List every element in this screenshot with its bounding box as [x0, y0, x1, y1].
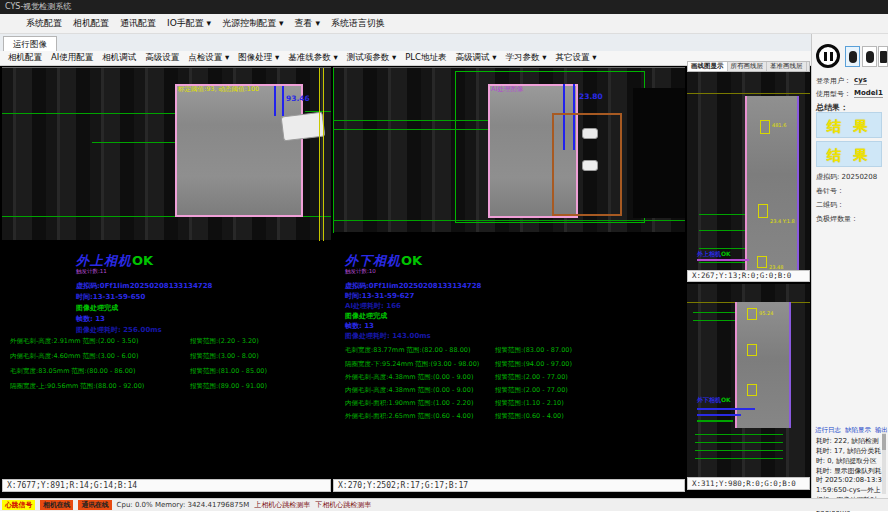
- alarm-range: 报警范围:(89.00 - 91.00): [190, 382, 267, 391]
- exit-button[interactable]: [878, 46, 888, 67]
- tab-all-draw-layers[interactable]: 所有画线层: [728, 62, 768, 71]
- menu-io-config[interactable]: IO手配置 ▾: [167, 17, 211, 30]
- center-process-time: 图像处理耗时: 143.00ms: [345, 331, 431, 341]
- upper-heartbeat-text: 上相机心跳检测率: [254, 500, 310, 510]
- measurement-text: 外侧毛刺-高度:4.38mm 范围:(0.00 - 9.00): [345, 373, 473, 382]
- menu-language-switch[interactable]: 系统语言切换: [331, 17, 385, 30]
- center-overlay-text: 外下相机OK 触发计数:10: [345, 250, 422, 275]
- center-ai-label: AI处理图像: [491, 85, 523, 94]
- tool-advanced-debug[interactable]: 高级调试 ▾: [456, 52, 497, 64]
- pin-number-label: 卷针号：: [816, 186, 844, 196]
- defect-box: [747, 308, 757, 320]
- tool-test-params[interactable]: 测试项参数 ▾: [347, 52, 396, 64]
- tool-learning-params[interactable]: 学习参数 ▾: [505, 52, 546, 64]
- defect-annotation: 95.24: [759, 310, 773, 316]
- tab-base-draw-layer[interactable]: 基准画线层: [767, 62, 807, 71]
- measure-value-label: 23.80: [579, 92, 603, 101]
- left-camera-viewport[interactable]: 标定阈值:93, 动态阈值:100 93.46: [2, 67, 331, 240]
- result-badge-lower: 结 果: [816, 141, 882, 167]
- tab-strip: 运行图像: [0, 34, 888, 52]
- log-scrollbar[interactable]: [882, 432, 886, 494]
- menu-comm-config[interactable]: 通讯配置: [120, 17, 156, 30]
- alarm-range: 报警范围:(83.00 - 87.00): [495, 346, 572, 355]
- tool-ai-usage-config[interactable]: AI使用配置: [51, 52, 93, 64]
- thumb2-info-bar: [697, 414, 741, 416]
- measurement-text: 内侧毛刺-面积:1.90mm 范围:(1.00 - 2.20): [345, 399, 473, 408]
- calibration-line: [323, 68, 324, 241]
- tool-other-settings[interactable]: 其它设置 ▾: [555, 52, 596, 64]
- tool-baseline-params[interactable]: 基准线参数 ▾: [288, 52, 337, 64]
- sidebar: 登录用户： cys 使用型号： Model1 总结果： 结 果 结 果 虚拟码:…: [811, 34, 888, 498]
- baseline-line: [693, 312, 735, 313]
- left-trigger-info: 触发计数:11: [76, 268, 153, 275]
- dark-region: [633, 88, 685, 218]
- thumb1-info-bar: [697, 259, 749, 261]
- center-camera-viewport[interactable]: AI处理图像 23.80: [333, 67, 685, 232]
- thumb1-status-ok: OK: [721, 250, 731, 257]
- login-user-value: cys: [854, 76, 867, 85]
- tab-run-log[interactable]: 运行日志: [815, 426, 841, 435]
- heartbeat-badge: 心跳信号: [2, 500, 35, 510]
- menu-view[interactable]: 查看 ▾: [295, 17, 320, 30]
- center-trigger-info: 触发计数:10: [345, 268, 422, 275]
- baseline-line: [699, 262, 745, 263]
- status-bar: 心跳信号 相机在线 通讯在线 Cpu: 0.0% Memory: 3424.41…: [0, 498, 888, 511]
- alarm-range: 报警范围:(0.60 - 4.00): [495, 412, 564, 421]
- tool-spot-check[interactable]: 点检设置 ▾: [188, 52, 229, 64]
- cpu-memory-text: Cpu: 0.0% Memory: 3424.41796875M: [117, 501, 250, 509]
- reflection-spot: [582, 128, 598, 139]
- tab-run-image[interactable]: 运行图像: [3, 36, 57, 52]
- threshold-label: 标定阈值:93, 动态阈值:100: [178, 85, 259, 94]
- center-coordinate-bar: X:270;Y:2502;R:17;G:17;B:17: [333, 479, 685, 492]
- thumb2-measure-bar: [695, 450, 783, 451]
- left-camera-name: 外上相机: [76, 253, 132, 268]
- menu-light-config[interactable]: 光源控制配置 ▾: [222, 17, 283, 30]
- defect-box: [747, 384, 757, 396]
- tool-plc-address[interactable]: PLC地址表: [405, 52, 446, 64]
- center-process-done: 图像处理完成: [345, 311, 387, 321]
- neg-weld-count-label: 负极焊数量：: [816, 214, 858, 224]
- measurement-text: 内侧毛刺-高度:4.60mm 范围:(3.00 - 6.00): [10, 352, 138, 361]
- center-frame-count: 帧数: 13: [345, 321, 374, 331]
- info-icon: [866, 51, 874, 63]
- left-status-ok: OK: [132, 253, 153, 268]
- thumb-view-lower[interactable]: 95.24 外下相机OK: [687, 284, 810, 477]
- baseline-line: [699, 214, 745, 215]
- camera-status-badge: 相机在线: [40, 500, 73, 510]
- defect-box: [747, 344, 757, 356]
- thumb2-info-bar: [697, 420, 733, 422]
- left-process-done: 图像处理完成: [76, 303, 118, 313]
- baseline-line: [92, 142, 175, 143]
- window-title: CYS-视觉检测系统: [5, 2, 71, 11]
- baseline-line: [333, 120, 488, 121]
- left-overlay-text: 外上相机OK 触发计数:11: [76, 250, 153, 275]
- left-coordinate-bar: X:7677;Y:891;R:14;G:14;B:14: [2, 479, 331, 492]
- left-time: 时间:13-31-59-650: [76, 292, 145, 302]
- log-scrollbar-thumb[interactable]: [882, 434, 886, 450]
- model-label: 使用型号：: [816, 89, 851, 99]
- measurement-text: 毛刺宽度:83.05mm 范围:(80.00 - 86.00): [10, 367, 135, 376]
- measurement-text: 隔圈宽度-下:95.24mm 范围:(93.00 - 98.00): [345, 360, 479, 369]
- tab-defect-display[interactable]: 缺陷显示: [845, 426, 871, 435]
- tool-image-processing[interactable]: 图像处理 ▾: [238, 52, 279, 64]
- thumb2-measure-bar: [695, 442, 783, 443]
- tool-camera-config[interactable]: 相机配置: [8, 52, 42, 64]
- exit-door-icon: [880, 51, 887, 63]
- tool-advanced-settings[interactable]: 高级设置: [145, 52, 179, 64]
- alarm-range: 报警范围:(94.00 - 97.00): [495, 360, 572, 369]
- defect-annotation: 23.4 Y:1.8: [770, 218, 795, 224]
- baseline-line: [699, 230, 745, 231]
- user-login-button[interactable]: [845, 46, 860, 67]
- info-button[interactable]: [862, 46, 877, 67]
- thumb2-info-bar: [697, 408, 755, 410]
- tool-camera-debug[interactable]: 相机调试: [102, 52, 136, 64]
- left-barcode: 虚拟码:0Ff1Iim20250208133134728: [76, 281, 212, 291]
- thumb2-status-ok: OK: [721, 396, 731, 403]
- pause-button[interactable]: [816, 44, 840, 68]
- alarm-range: 报警范围:(1.10 - 2.10): [495, 399, 564, 408]
- center-time: 时间:13-31-59-627: [345, 291, 414, 301]
- menu-system-config[interactable]: 系统配置: [26, 17, 62, 30]
- menu-camera-config[interactable]: 相机配置: [73, 17, 109, 30]
- tab-draw-layer-display[interactable]: 画线图显示: [688, 62, 728, 71]
- thumb-view-upper[interactable]: 481.6 23.4 Y:1.8 23.48 外上相机OK: [687, 72, 810, 270]
